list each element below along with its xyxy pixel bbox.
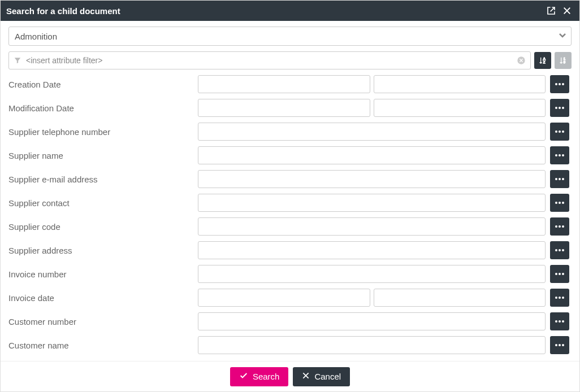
svg-point-13 xyxy=(562,130,564,133)
close-icon[interactable] xyxy=(560,4,574,18)
svg-point-15 xyxy=(559,154,561,156)
search-button[interactable]: Search xyxy=(230,367,289,386)
doctype-select-value: Admonition xyxy=(15,32,57,41)
field-input-from[interactable] xyxy=(198,75,370,93)
svg-point-18 xyxy=(559,178,561,180)
field-input[interactable] xyxy=(198,312,546,330)
field-input[interactable] xyxy=(198,170,546,188)
funnel-icon xyxy=(14,56,21,64)
field-input-to[interactable] xyxy=(374,289,546,307)
field-input-to[interactable] xyxy=(374,99,546,117)
field-input[interactable] xyxy=(198,241,546,259)
more-options-button[interactable] xyxy=(550,336,569,354)
field-inputs xyxy=(198,170,546,188)
field-inputs xyxy=(198,194,546,212)
field-inputs xyxy=(198,123,546,141)
svg-text:Z: Z xyxy=(543,60,546,64)
field-inputs xyxy=(198,75,546,93)
field-input[interactable] xyxy=(198,123,546,141)
field-inputs xyxy=(198,289,546,307)
attribute-filter-input[interactable] xyxy=(25,55,517,66)
svg-point-32 xyxy=(555,297,557,299)
more-options-button[interactable] xyxy=(550,146,569,164)
svg-point-10 xyxy=(562,107,564,109)
more-options-button[interactable] xyxy=(550,217,569,236)
field-label: Supplier code xyxy=(8,222,198,232)
fields-list[interactable]: Creation DateModification DateSupplier t… xyxy=(8,75,572,361)
field-row: Supplier name xyxy=(8,146,569,164)
svg-point-23 xyxy=(555,225,557,228)
svg-point-16 xyxy=(562,154,564,156)
filter-row: AZ 19 xyxy=(8,51,572,69)
doctype-select[interactable]: Admonition xyxy=(8,27,572,46)
attribute-filter-box[interactable] xyxy=(8,51,531,69)
more-options-button[interactable] xyxy=(550,194,569,212)
field-input-to[interactable] xyxy=(374,75,546,93)
titlebar: Search for a child document xyxy=(1,1,579,21)
svg-point-19 xyxy=(562,178,564,180)
field-row: Modification Date xyxy=(8,99,569,117)
more-options-button[interactable] xyxy=(550,241,569,259)
more-options-button[interactable] xyxy=(550,265,569,283)
field-input[interactable] xyxy=(198,217,546,236)
field-input[interactable] xyxy=(198,336,546,354)
svg-point-8 xyxy=(555,107,557,109)
field-row: Supplier code xyxy=(8,217,569,236)
field-label: Customer number xyxy=(8,317,198,326)
field-label: Invoice date xyxy=(8,293,198,303)
field-input-from[interactable] xyxy=(198,289,370,307)
more-options-button[interactable] xyxy=(550,99,569,117)
field-input-from[interactable] xyxy=(198,99,370,117)
svg-point-20 xyxy=(555,202,557,204)
field-label: Supplier name xyxy=(8,151,198,160)
svg-point-40 xyxy=(562,344,564,346)
field-input[interactable] xyxy=(198,146,546,164)
svg-point-39 xyxy=(559,344,561,346)
svg-point-37 xyxy=(562,320,564,323)
dialog-content: Admonition AZ 19 xyxy=(1,21,579,361)
field-inputs xyxy=(198,336,546,354)
field-input[interactable] xyxy=(198,265,546,283)
svg-point-26 xyxy=(555,249,557,251)
field-label: Customer name xyxy=(8,341,198,350)
sort-az-button[interactable]: AZ xyxy=(534,52,551,69)
svg-point-30 xyxy=(559,273,561,275)
clear-filter-icon[interactable] xyxy=(517,56,526,65)
more-options-button[interactable] xyxy=(550,123,569,141)
field-label: Supplier contact xyxy=(8,198,198,208)
svg-point-31 xyxy=(562,273,564,275)
x-icon xyxy=(302,372,310,381)
more-options-button[interactable] xyxy=(550,170,569,188)
field-label: Creation Date xyxy=(8,80,198,89)
svg-point-9 xyxy=(559,107,561,109)
svg-text:1: 1 xyxy=(564,57,566,60)
more-options-button[interactable] xyxy=(550,75,569,93)
cancel-button-label: Cancel xyxy=(314,372,341,381)
svg-point-29 xyxy=(555,273,557,275)
field-inputs xyxy=(198,312,546,330)
sort-19-button[interactable]: 19 xyxy=(555,52,572,69)
field-inputs xyxy=(198,265,546,283)
field-inputs xyxy=(198,217,546,236)
popout-icon[interactable] xyxy=(544,4,558,18)
cancel-button[interactable]: Cancel xyxy=(293,367,350,386)
svg-point-7 xyxy=(562,83,564,85)
field-input[interactable] xyxy=(198,194,546,212)
field-label: Invoice number xyxy=(8,269,198,279)
svg-point-11 xyxy=(555,130,557,133)
svg-point-36 xyxy=(559,320,561,323)
dialog-footer: Search Cancel xyxy=(1,361,579,391)
svg-point-28 xyxy=(562,249,564,251)
svg-point-6 xyxy=(559,83,561,85)
field-inputs xyxy=(198,146,546,164)
more-options-button[interactable] xyxy=(550,289,569,307)
svg-text:9: 9 xyxy=(564,60,566,64)
field-row: Creation Date xyxy=(8,75,569,93)
field-label: Supplier telephone number xyxy=(8,127,198,137)
svg-point-34 xyxy=(562,297,564,299)
svg-point-17 xyxy=(555,178,557,180)
svg-point-24 xyxy=(559,225,561,228)
more-options-button[interactable] xyxy=(550,312,569,330)
dialog-title: Search for a child document xyxy=(6,6,542,16)
field-row: Invoice number xyxy=(8,265,569,283)
